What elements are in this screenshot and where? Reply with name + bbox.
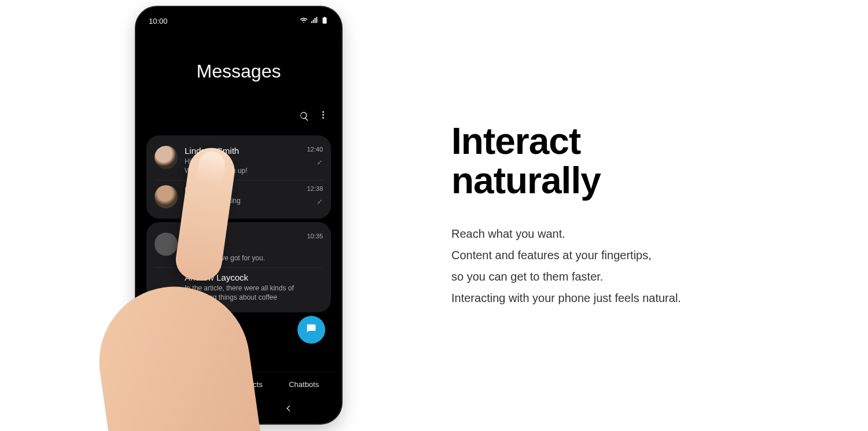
system-nav-bar bbox=[141, 398, 337, 419]
contact-name: Andrew Laycock bbox=[185, 272, 323, 282]
status-bar: 10:00 bbox=[141, 12, 337, 26]
phone-frame: 10:00 Messages bbox=[136, 7, 341, 423]
body-copy: Reach what you want. Content and feature… bbox=[451, 223, 833, 309]
recents-button[interactable] bbox=[183, 404, 194, 415]
more-options-icon[interactable] bbox=[322, 111, 324, 124]
avatar bbox=[155, 146, 178, 169]
status-icons bbox=[300, 16, 329, 26]
contact-name: …ia Gray bbox=[185, 233, 300, 242]
back-button[interactable] bbox=[283, 404, 295, 415]
avatar bbox=[155, 185, 178, 208]
marketing-copy: Interact naturally Reach what you want. … bbox=[451, 122, 868, 308]
compose-button[interactable] bbox=[297, 316, 325, 344]
timestamp: 10:35 bbox=[307, 233, 323, 240]
message-preview: Hi! I'm BACK!!! We should catch up! bbox=[185, 157, 300, 175]
tab-contacts[interactable]: Contacts bbox=[229, 378, 266, 392]
conversation-row[interactable]: Lindsey Smith Hi! I'm BACK!!! We should … bbox=[155, 141, 323, 180]
phone-screen: 10:00 Messages bbox=[141, 12, 337, 419]
message-preview: …most interesting bbox=[185, 196, 300, 205]
phone-hero-area: 10:00 Messages bbox=[0, 0, 451, 431]
wifi-icon bbox=[300, 16, 308, 26]
message-preview: In the article, there were all kinds of … bbox=[185, 283, 323, 302]
timestamp: 12:38 bbox=[307, 185, 323, 192]
conversation-row[interactable]: D… …most interesting 12:38 bbox=[155, 180, 323, 213]
tab-bar: Conversations Contacts Chatbots bbox=[141, 371, 337, 398]
contact-name: D… bbox=[185, 185, 300, 195]
conversation-card: Lindsey Smith Hi! I'm BACK!!! We should … bbox=[146, 135, 331, 219]
app-title: Messages bbox=[141, 26, 337, 111]
battery-icon bbox=[321, 16, 329, 26]
pin-icon bbox=[307, 197, 323, 207]
pin-icon bbox=[307, 157, 323, 168]
timestamp: 12:40 bbox=[307, 146, 323, 153]
conversation-card: …ia Gray …Alisa! …ee what I've got for y… bbox=[146, 222, 331, 312]
tab-chatbots[interactable]: Chatbots bbox=[285, 378, 322, 392]
avatar bbox=[155, 233, 178, 256]
toolbar bbox=[141, 111, 337, 132]
signal-icon bbox=[310, 16, 318, 26]
contact-name: Lindsey Smith bbox=[185, 146, 300, 156]
conversation-row[interactable]: …ia Gray …Alisa! …ee what I've got for y… bbox=[155, 228, 323, 267]
search-icon[interactable] bbox=[299, 111, 310, 124]
message-preview: …Alisa! …ee what I've got for you. bbox=[185, 244, 300, 262]
tab-conversations[interactable]: Conversations bbox=[155, 378, 210, 392]
compose-icon bbox=[305, 322, 318, 337]
conversation-row[interactable]: Andrew Laycock In the article, there wer… bbox=[155, 267, 323, 307]
headline: Interact naturally bbox=[451, 122, 833, 200]
home-button[interactable] bbox=[233, 404, 244, 415]
status-time: 10:00 bbox=[149, 17, 168, 25]
